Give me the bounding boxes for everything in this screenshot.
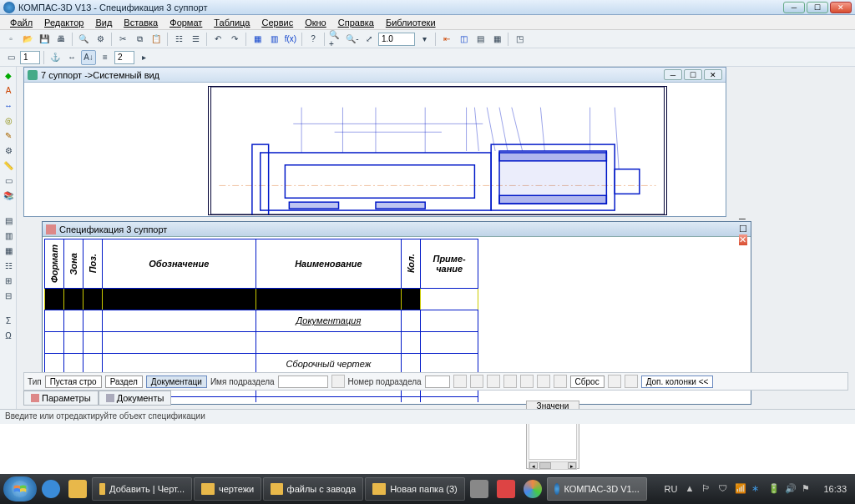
undo-icon[interactable]: ↶ bbox=[210, 32, 225, 47]
tray-shield-icon[interactable]: 🛡 bbox=[718, 483, 730, 495]
copy-icon[interactable]: ⧉ bbox=[132, 32, 147, 47]
pin-chrome[interactable] bbox=[520, 477, 545, 501]
nav4-icon[interactable]: ▦ bbox=[489, 32, 504, 47]
drawing-close-button[interactable]: ✕ bbox=[704, 69, 722, 80]
subnum-input[interactable] bbox=[425, 375, 450, 388]
print-icon[interactable]: 🖶 bbox=[53, 32, 68, 47]
step-icon[interactable]: ▸ bbox=[136, 50, 151, 65]
maximize-button[interactable]: ☐ bbox=[807, 2, 828, 13]
p4-icon[interactable] bbox=[520, 375, 534, 388]
num1-input[interactable] bbox=[20, 51, 40, 64]
task-item[interactable]: файлы с завода bbox=[263, 477, 363, 501]
vt-spec3-icon[interactable]: ▦ bbox=[2, 244, 15, 257]
fx-icon[interactable]: f(x) bbox=[283, 32, 298, 47]
vt-sigma-icon[interactable]: Σ bbox=[2, 314, 15, 327]
num2-input[interactable] bbox=[114, 51, 134, 64]
close-button[interactable]: ✕ bbox=[830, 2, 852, 13]
vt-spec6-icon[interactable]: ⊟ bbox=[2, 289, 15, 302]
tool-icon[interactable]: ⚙ bbox=[93, 32, 108, 47]
props-icon[interactable]: ☷ bbox=[171, 32, 186, 47]
blue2-icon[interactable]: ▥ bbox=[266, 32, 281, 47]
tray-flag-icon[interactable]: 🏳 bbox=[701, 483, 713, 495]
tray-icon[interactable]: ▲ bbox=[685, 483, 696, 495]
pin-app1[interactable] bbox=[467, 477, 492, 501]
drawing-max-button[interactable]: ☐ bbox=[684, 69, 702, 80]
menu-table[interactable]: Таблица bbox=[209, 17, 255, 28]
tray-action-icon[interactable]: ⚑ bbox=[802, 483, 813, 495]
p1-icon[interactable] bbox=[470, 375, 483, 388]
zoom-out-icon[interactable]: 🔍- bbox=[345, 32, 360, 47]
scroll-right-icon[interactable]: ▸ bbox=[568, 462, 576, 469]
menu-window[interactable]: Окно bbox=[300, 17, 331, 28]
tray-bat-icon[interactable]: 🔋 bbox=[768, 483, 780, 495]
vt-lib-icon[interactable]: 📚 bbox=[2, 189, 15, 202]
spec-min-button[interactable]: ─ bbox=[739, 214, 747, 224]
nav3-icon[interactable]: ▤ bbox=[473, 32, 488, 47]
vt-spec5-icon[interactable]: ⊞ bbox=[2, 274, 15, 287]
zoom-in-icon[interactable]: 🔍+ bbox=[328, 32, 343, 47]
menu-view[interactable]: Вид bbox=[90, 17, 117, 28]
blue1-icon[interactable]: ▦ bbox=[250, 32, 265, 47]
new-icon[interactable]: ▫ bbox=[3, 32, 18, 47]
menu-libraries[interactable]: Библиотеки bbox=[381, 17, 441, 28]
menu-edit[interactable]: Редактор bbox=[39, 17, 89, 28]
p6-icon[interactable] bbox=[554, 375, 567, 388]
p7-icon[interactable] bbox=[608, 375, 621, 388]
spin-icon[interactable] bbox=[453, 375, 467, 388]
vt-spec1-icon[interactable]: ▤ bbox=[2, 214, 15, 227]
win-icon[interactable]: ◳ bbox=[512, 32, 527, 47]
tab-params[interactable]: Параметры bbox=[23, 391, 99, 406]
scroll-left-icon[interactable]: ◂ bbox=[529, 462, 538, 469]
dropdown1-icon[interactable] bbox=[331, 375, 345, 388]
zoom-fit-icon[interactable]: ⤢ bbox=[362, 32, 377, 47]
nav2-icon[interactable]: ◫ bbox=[456, 32, 471, 47]
tray-vol-icon[interactable]: 🔊 bbox=[785, 483, 797, 495]
dim-icon[interactable]: ↔ bbox=[64, 50, 79, 65]
task-item[interactable]: чертежи bbox=[194, 477, 261, 501]
pin-app2[interactable] bbox=[493, 477, 519, 501]
tray-net-icon[interactable]: 📶 bbox=[735, 483, 746, 495]
vt-spec4-icon[interactable]: ☷ bbox=[2, 259, 15, 272]
vt-text-icon[interactable]: A bbox=[2, 83, 15, 97]
spec-max-button[interactable]: ☐ bbox=[739, 224, 747, 234]
redo-icon[interactable]: ↷ bbox=[227, 32, 242, 47]
table-row[interactable]: Документация bbox=[45, 310, 478, 331]
menu-service[interactable]: Сервис bbox=[256, 17, 298, 28]
clock[interactable]: 16:33 bbox=[818, 484, 852, 494]
p5-icon[interactable] bbox=[537, 375, 550, 388]
cut-icon[interactable]: ✂ bbox=[115, 32, 130, 47]
section-button[interactable]: Раздел bbox=[105, 375, 143, 388]
p8-icon[interactable] bbox=[625, 375, 638, 388]
paste-icon[interactable]: 📋 bbox=[149, 32, 164, 47]
vt-omega-icon[interactable]: Ω bbox=[2, 329, 15, 342]
help-icon[interactable]: ? bbox=[306, 32, 321, 47]
drawing-canvas[interactable] bbox=[208, 86, 667, 215]
reset-button[interactable]: Сброс bbox=[570, 375, 605, 388]
vt-dim-icon[interactable]: ↔ bbox=[2, 98, 15, 112]
scroll-thumb[interactable] bbox=[539, 462, 551, 469]
tag-icon[interactable]: ▭ bbox=[3, 50, 18, 65]
vt-view-icon[interactable]: ◎ bbox=[2, 113, 15, 127]
documentation-button[interactable]: Документаци bbox=[146, 375, 207, 388]
drawing-min-button[interactable]: ─ bbox=[664, 69, 682, 80]
vt-meas-icon[interactable]: 📏 bbox=[2, 159, 15, 172]
vt-edit-icon[interactable]: ✎ bbox=[2, 129, 15, 142]
menu-help[interactable]: Справка bbox=[333, 17, 379, 28]
start-button[interactable] bbox=[3, 476, 37, 501]
menu-format[interactable]: Формат bbox=[164, 17, 207, 28]
pin-explorer[interactable] bbox=[65, 477, 90, 501]
extra-cols-button[interactable]: Доп. колонки << bbox=[641, 375, 714, 388]
vt-geom-icon[interactable]: ◆ bbox=[2, 68, 15, 82]
table-row[interactable] bbox=[45, 288, 478, 310]
tab-docs[interactable]: Документы bbox=[99, 391, 172, 406]
vt-sel-icon[interactable]: ▭ bbox=[2, 174, 15, 187]
tree-icon[interactable]: ☰ bbox=[188, 32, 203, 47]
pin-ie[interactable] bbox=[38, 477, 63, 501]
dropdown-icon[interactable]: ▾ bbox=[417, 32, 432, 47]
menu-insert[interactable]: Вставка bbox=[119, 17, 163, 28]
anchor-icon[interactable]: ⚓ bbox=[48, 50, 63, 65]
preview-icon[interactable]: 🔍 bbox=[76, 32, 91, 47]
save-icon[interactable]: 💾 bbox=[37, 32, 52, 47]
minimize-button[interactable]: ─ bbox=[783, 2, 805, 13]
nav1-icon[interactable]: ⇤ bbox=[439, 32, 454, 47]
